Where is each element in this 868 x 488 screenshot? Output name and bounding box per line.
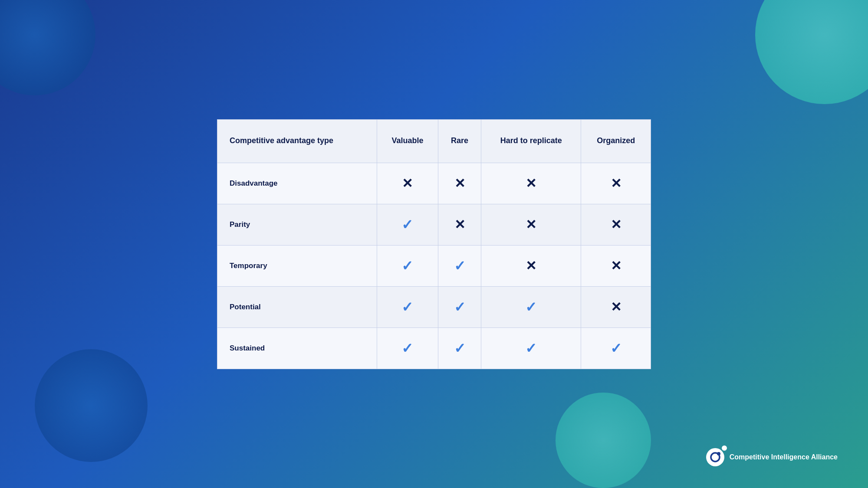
table-row: Sustained✓✓✓✓ bbox=[217, 328, 651, 369]
check-icon: ✓ bbox=[454, 258, 466, 274]
cell-rare-4: ✓ bbox=[438, 328, 481, 369]
table-header-row: Competitive advantage type Valuable Rare… bbox=[217, 119, 651, 163]
cell-rare-2: ✓ bbox=[438, 245, 481, 286]
check-icon: ✓ bbox=[525, 299, 537, 315]
cross-icon: ✕ bbox=[454, 176, 465, 190]
cell-rare-1: ✕ bbox=[438, 204, 481, 245]
cross-icon: ✕ bbox=[402, 176, 413, 190]
cell-hard_to_replicate-0: ✕ bbox=[481, 163, 581, 204]
brand-name: Competitive Intelligence Alliance bbox=[730, 453, 838, 462]
check-icon: ✓ bbox=[401, 217, 413, 233]
cell-hard_to_replicate-3: ✓ bbox=[481, 286, 581, 328]
row-label-4: Sustained bbox=[217, 328, 377, 369]
cell-organized-0: ✕ bbox=[581, 163, 651, 204]
cross-icon: ✕ bbox=[526, 217, 536, 232]
header-col-type: Competitive advantage type bbox=[217, 119, 377, 163]
cross-icon: ✕ bbox=[611, 259, 621, 273]
cell-organized-3: ✕ bbox=[581, 286, 651, 328]
row-label-1: Parity bbox=[217, 204, 377, 245]
decorative-blob-bottom-left bbox=[35, 349, 148, 462]
table-row: Potential✓✓✓✕ bbox=[217, 286, 651, 328]
table-row: Temporary✓✓✕✕ bbox=[217, 245, 651, 286]
vrio-table: Competitive advantage type Valuable Rare… bbox=[217, 119, 651, 369]
header-col-organized: Organized bbox=[581, 119, 651, 163]
svg-point-1 bbox=[717, 452, 720, 455]
cell-organized-2: ✕ bbox=[581, 245, 651, 286]
check-icon: ✓ bbox=[401, 258, 413, 274]
check-icon: ✓ bbox=[401, 299, 413, 315]
cross-icon: ✕ bbox=[611, 217, 621, 232]
check-icon: ✓ bbox=[401, 341, 413, 356]
table-row: Disadvantage✕✕✕✕ bbox=[217, 163, 651, 204]
cell-valuable-3: ✓ bbox=[377, 286, 438, 328]
decorative-blob-bottom-right bbox=[556, 393, 651, 488]
cell-organized-1: ✕ bbox=[581, 204, 651, 245]
header-col-rare: Rare bbox=[438, 119, 481, 163]
table-wrapper: Competitive advantage type Valuable Rare… bbox=[217, 119, 651, 369]
cross-icon: ✕ bbox=[526, 176, 536, 190]
header-col-hard-replicate: Hard to replicate bbox=[481, 119, 581, 163]
cell-organized-4: ✓ bbox=[581, 328, 651, 369]
check-icon: ✓ bbox=[454, 299, 466, 315]
check-icon: ✓ bbox=[525, 341, 537, 356]
check-icon: ✓ bbox=[610, 341, 622, 356]
header-col-valuable: Valuable bbox=[377, 119, 438, 163]
row-label-3: Potential bbox=[217, 286, 377, 328]
decorative-blob-top-left bbox=[0, 0, 95, 95]
decorative-blob-top-right bbox=[755, 0, 868, 104]
table-row: Parity✓✕✕✕ bbox=[217, 204, 651, 245]
cell-valuable-2: ✓ bbox=[377, 245, 438, 286]
row-label-0: Disadvantage bbox=[217, 163, 377, 204]
cross-icon: ✕ bbox=[526, 259, 536, 273]
brand-logo bbox=[706, 448, 724, 466]
cell-valuable-0: ✕ bbox=[377, 163, 438, 204]
brand-logo-icon bbox=[709, 451, 721, 463]
cell-valuable-4: ✓ bbox=[377, 328, 438, 369]
row-label-2: Temporary bbox=[217, 245, 377, 286]
cell-rare-3: ✓ bbox=[438, 286, 481, 328]
cell-valuable-1: ✓ bbox=[377, 204, 438, 245]
cell-hard_to_replicate-2: ✕ bbox=[481, 245, 581, 286]
cell-rare-0: ✕ bbox=[438, 163, 481, 204]
cell-hard_to_replicate-1: ✕ bbox=[481, 204, 581, 245]
brand-section: Competitive Intelligence Alliance bbox=[706, 448, 838, 466]
cross-icon: ✕ bbox=[611, 176, 621, 190]
check-icon: ✓ bbox=[454, 341, 466, 356]
cell-hard_to_replicate-4: ✓ bbox=[481, 328, 581, 369]
cross-icon: ✕ bbox=[454, 217, 465, 232]
cross-icon: ✕ bbox=[611, 300, 621, 314]
